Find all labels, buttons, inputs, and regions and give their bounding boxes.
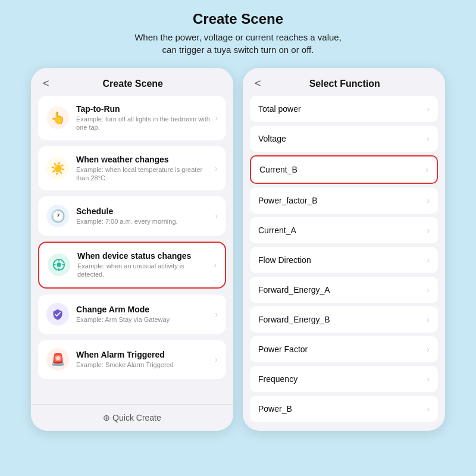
function-list: Total power › Voltage › Current_B › Powe… — [243, 96, 445, 431]
scene-item-device-status[interactable]: When device status changes Example: when… — [38, 242, 226, 289]
function-voltage[interactable]: Voltage › — [250, 126, 438, 152]
function-forward-energy-a-label: Forward_Energy_A — [258, 285, 330, 295]
function-frequency-label: Frequency — [258, 374, 298, 384]
schedule-arrow: › — [215, 211, 218, 221]
power-b-arrow: › — [427, 404, 430, 414]
device-status-desc: Example: when an unusual activity is det… — [77, 262, 209, 279]
left-phone: < Create Scene 👆 Tap-to-Run Example: tur… — [31, 68, 233, 431]
right-phone-header: < Select Function — [243, 68, 445, 96]
quick-create-icon: ⊕ — [103, 413, 112, 422]
arm-mode-arrow: › — [215, 309, 218, 319]
weather-arrow: › — [215, 164, 218, 173]
current-b-arrow: › — [425, 165, 428, 174]
forward-energy-b-arrow: › — [427, 315, 430, 324]
schedule-text: Schedule Example: 7:00 a.m. every mornin… — [76, 206, 210, 226]
svg-point-1 — [57, 263, 61, 267]
arm-mode-title: Change Arm Mode — [76, 305, 210, 314]
alarm-icon: 🚨 — [46, 348, 69, 371]
scene-item-alarm[interactable]: 🚨 When Alarm Triggered Example: Smoke Al… — [38, 340, 226, 379]
alarm-text: When Alarm Triggered Example: Smoke Alar… — [76, 350, 210, 369]
scene-item-weather[interactable]: ☀️ When weather changes Example: when lo… — [38, 146, 226, 191]
function-current-b-label: Current_B — [259, 165, 298, 174]
weather-title: When weather changes — [76, 155, 210, 164]
voltage-arrow: › — [427, 134, 430, 143]
flow-direction-arrow: › — [427, 255, 430, 265]
weather-icon: ☀️ — [46, 157, 69, 180]
current-a-arrow: › — [427, 226, 430, 235]
arm-mode-text: Change Arm Mode Example: Arm Stay via Ga… — [76, 305, 210, 324]
scene-item-tap-to-run[interactable]: 👆 Tap-to-Run Example: turn off all light… — [38, 96, 226, 140]
scene-item-schedule[interactable]: 🕐 Schedule Example: 7:00 a.m. every morn… — [38, 196, 226, 236]
arm-mode-icon — [46, 303, 69, 325]
function-flow-direction-label: Flow Direction — [258, 255, 311, 265]
device-status-icon — [48, 253, 70, 276]
right-back-button[interactable]: < — [255, 77, 261, 90]
left-panel-title: Create Scene — [55, 79, 211, 89]
function-current-b[interactable]: Current_B › — [250, 155, 438, 184]
page-subtitle: When the power, voltage or current reach… — [12, 31, 464, 56]
left-phone-body: 👆 Tap-to-Run Example: turn off all light… — [31, 96, 233, 404]
function-voltage-label: Voltage — [258, 134, 286, 143]
function-power-factor-label: Power Factor — [258, 345, 308, 354]
function-total-power[interactable]: Total power › — [250, 96, 438, 122]
device-status-text: When device status changes Example: when… — [77, 251, 209, 279]
schedule-icon: 🕐 — [46, 205, 69, 227]
frequency-arrow: › — [427, 374, 430, 384]
function-power-b[interactable]: Power_B › — [250, 396, 438, 422]
tap-to-run-icon: 👆 — [46, 107, 69, 129]
page-title: Create Scene — [12, 11, 464, 27]
function-power-factor-b[interactable]: Power_factor_B › — [250, 187, 438, 214]
schedule-title: Schedule — [76, 206, 210, 216]
function-forward-energy-b-label: Forward_Energy_B — [258, 315, 330, 324]
page-header: Create Scene When the power, voltage or … — [0, 0, 476, 62]
function-current-a[interactable]: Current_A › — [250, 217, 438, 243]
function-power-factor-b-label: Power_factor_B — [258, 196, 318, 205]
quick-create-footer[interactable]: ⊕ Quick Create — [31, 404, 233, 431]
scene-item-arm-mode[interactable]: Change Arm Mode Example: Arm Stay via Ga… — [38, 295, 226, 334]
right-phone: < Select Function Total power › Voltage … — [243, 68, 445, 431]
power-factor-b-arrow: › — [427, 196, 430, 205]
device-status-title: When device status changes — [77, 251, 209, 261]
left-phone-header: < Create Scene — [31, 68, 233, 96]
total-power-arrow: › — [427, 104, 430, 114]
weather-text: When weather changes Example: when local… — [76, 155, 210, 183]
quick-create-label: Quick Create — [112, 413, 161, 422]
function-total-power-label: Total power — [258, 104, 301, 114]
function-power-factor[interactable]: Power Factor › — [250, 336, 438, 362]
function-flow-direction[interactable]: Flow Direction › — [250, 247, 438, 273]
forward-energy-a-arrow: › — [427, 285, 430, 295]
alarm-desc: Example: Smoke Alarm Triggered — [76, 361, 210, 369]
tap-to-run-desc: Example: turn off all lights in the bedr… — [76, 115, 210, 132]
function-forward-energy-b[interactable]: Forward_Energy_B › — [250, 306, 438, 333]
weather-desc: Example: when local temperature is great… — [76, 165, 210, 183]
phones-container: < Create Scene 👆 Tap-to-Run Example: tur… — [0, 62, 476, 443]
power-factor-arrow: › — [427, 345, 430, 354]
tap-to-run-title: Tap-to-Run — [76, 104, 210, 114]
alarm-title: When Alarm Triggered — [76, 350, 210, 359]
arm-mode-desc: Example: Arm Stay via Gateway — [76, 315, 210, 324]
right-panel-title: Select Function — [267, 79, 422, 89]
device-status-arrow: › — [214, 260, 217, 270]
tap-to-run-text: Tap-to-Run Example: turn off all lights … — [76, 104, 210, 132]
alarm-arrow: › — [215, 355, 218, 364]
left-back-button[interactable]: < — [43, 77, 49, 90]
function-current-a-label: Current_A — [258, 226, 296, 235]
function-power-b-label: Power_B — [258, 404, 292, 414]
schedule-desc: Example: 7:00 a.m. every morning. — [76, 217, 210, 226]
function-frequency[interactable]: Frequency › — [250, 366, 438, 392]
tap-to-run-arrow: › — [215, 113, 218, 123]
function-forward-energy-a[interactable]: Forward_Energy_A › — [250, 277, 438, 303]
